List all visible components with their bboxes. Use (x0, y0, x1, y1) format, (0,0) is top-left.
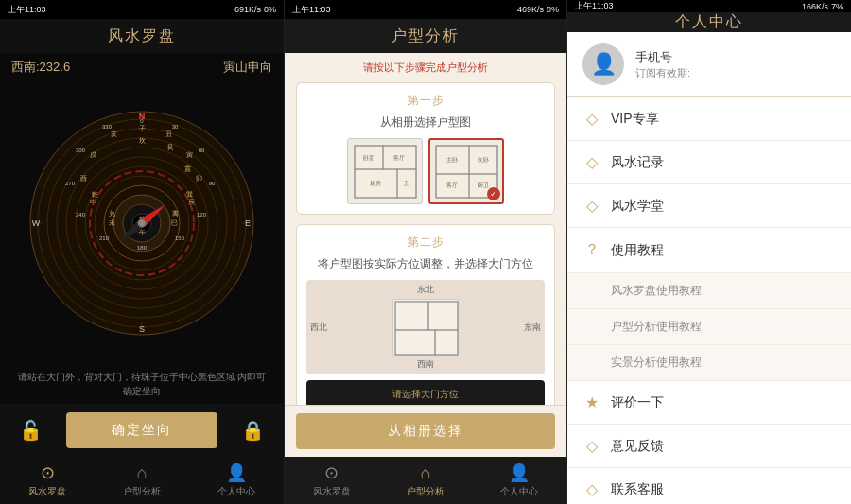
top-bar-2: 户型分析 (285, 19, 566, 53)
profile-header: 👤 手机号 订阅有效期: (567, 32, 851, 97)
svg-text:未: 未 (109, 219, 115, 226)
menu-label-rate: 评价一下 (611, 394, 664, 411)
menu-label-contact: 联系客服 (611, 481, 664, 498)
step1-desc: 从相册选择户型图 (306, 114, 545, 130)
step2-inner-floor-plan[interactable] (392, 299, 459, 356)
record-icon: ◇ (582, 153, 601, 171)
nav-compass-label-2: 风水罗盘 (313, 485, 351, 498)
nav-compass-1[interactable]: ⊙ 风水罗盘 (0, 457, 95, 504)
nav-bar-2: ⊙ 风水罗盘 ⌂ 户型分析 👤 个人中心 (285, 457, 566, 504)
menu-item-vip[interactable]: ◇ VIP专享 (567, 97, 851, 141)
panel-analysis: 上午11:03 469K/s 8% 户型分析 请按以下步骤完成户型分析 第一步 … (284, 0, 567, 504)
menu-item-fengshui-study[interactable]: ◇ 风水学堂 (567, 184, 851, 228)
svg-text:90: 90 (209, 181, 216, 186)
svg-text:客厅: 客厅 (446, 182, 458, 188)
floor-plan-2[interactable]: 主卧 次卧 客厅 厨卫 ✓ (428, 138, 504, 204)
confirm-orientation-button[interactable]: 确定坐向 (66, 412, 217, 448)
battery-1: 8% (264, 5, 276, 14)
subscription-label: 订阅有效期: (635, 66, 690, 80)
compass-info: 西南:232.6 寅山申向 (0, 53, 284, 81)
lock-left-icon: 🔓 (19, 419, 43, 442)
from-album-button[interactable]: 从相册选择 (296, 413, 555, 449)
analysis-content: 请按以下步骤完成户型分析 第一步 从相册选择户型图 卧室 客厅 厨房 (285, 53, 566, 405)
step1-section: 第一步 从相册选择户型图 卧室 客厅 厨房 卫 (296, 82, 555, 215)
menu-item-fengshui-record[interactable]: ◇ 风水记录 (567, 141, 851, 184)
nav-compass-2[interactable]: ⊙ 风水罗盘 (285, 457, 378, 504)
rate-icon: ★ (582, 393, 601, 411)
menu-label-study: 风水学堂 (611, 198, 664, 215)
svg-rect-56 (355, 146, 416, 198)
nav-profile-2[interactable]: 👤 个人中心 (473, 457, 566, 504)
menu-item-tutorial[interactable]: ？ 使用教程 (567, 228, 851, 273)
step2-label: 第二步 (306, 235, 545, 251)
status-right-3: 166K/s 7% (802, 2, 843, 11)
signal-2: 469K/s (517, 5, 544, 14)
time-left-2: 上午11:03 (292, 4, 331, 16)
top-bar-3: 个人中心 (567, 12, 851, 32)
profile-info: 手机号 订阅有效期: (635, 49, 690, 80)
compass-orientation: 寅山申向 (223, 59, 272, 76)
dir-southwest: 西南 (417, 358, 434, 371)
svg-text:厨房: 厨房 (370, 180, 381, 186)
selected-check-icon: ✓ (487, 187, 500, 200)
svg-text:卯: 卯 (196, 175, 202, 182)
svg-text:S: S (139, 324, 145, 334)
top-bar-1: 风水罗盘 (0, 19, 284, 53)
svg-text:30: 30 (172, 124, 179, 130)
analysis-bottom-actions: 从相册选择 (285, 405, 566, 457)
step1-label: 第一步 (306, 93, 545, 109)
nav-analysis-2[interactable]: ⌂ 户型分析 (378, 457, 472, 504)
feedback-icon: ◇ (582, 437, 601, 455)
svg-text:次卧: 次卧 (478, 157, 489, 163)
compass-nav-icon-2: ⊙ (324, 462, 339, 483)
svg-text:巳: 巳 (171, 219, 178, 226)
floor-plan-1[interactable]: 卧室 客厅 厨房 卫 (347, 138, 423, 204)
sub-item-analysis-tutorial[interactable]: 户型分析使用教程 (567, 309, 851, 345)
avatar: 👤 (582, 43, 624, 85)
signal-1: 691K/s (234, 5, 261, 14)
nav-profile-1[interactable]: 👤 个人中心 (189, 457, 284, 504)
menu-item-feedback[interactable]: ◇ 意见反馈 (567, 425, 851, 468)
dir-northeast: 东北 (417, 284, 434, 296)
svg-text:240: 240 (76, 212, 86, 217)
nav-analysis-label-2: 户型分析 (407, 485, 444, 498)
compass-direction: 西南:232.6 (11, 59, 70, 76)
svg-text:主卧: 主卧 (446, 156, 458, 163)
study-icon: ◇ (582, 197, 601, 215)
svg-text:酉: 酉 (80, 175, 87, 182)
svg-text:寅: 寅 (186, 151, 193, 159)
nav-profile-label-1: 个人中心 (217, 485, 255, 498)
menu-label-tutorial: 使用教程 (611, 242, 664, 259)
compass-wheel: 0 30 60 90 120 150 180 210 240 270 300 3… (28, 110, 255, 337)
sub-label-compass: 风水罗盘使用教程 (611, 283, 702, 299)
nav-compass-label-1: 风水罗盘 (28, 485, 66, 498)
menu-label-record: 风水记录 (611, 154, 664, 171)
nav-bar-1: ⊙ 风水罗盘 ⌂ 户型分析 👤 个人中心 (0, 457, 284, 504)
svg-text:E: E (245, 218, 251, 228)
compass-nav-icon: ⊙ (41, 462, 55, 483)
svg-text:N: N (139, 112, 146, 121)
menu-label-feedback: 意见反馈 (611, 438, 664, 455)
battery-2: 8% (547, 5, 559, 14)
svg-text:乾: 乾 (92, 191, 98, 198)
door-select-title: 请选择大门方位 (314, 388, 537, 401)
menu-item-rate[interactable]: ★ 评价一下 (567, 381, 851, 425)
sub-label-analysis: 户型分析使用教程 (611, 319, 702, 335)
svg-text:卧室: 卧室 (363, 154, 374, 161)
nav-analysis-label-1: 户型分析 (123, 485, 161, 498)
svg-text:离: 离 (172, 210, 179, 217)
menu-item-contact[interactable]: ◇ 联系客服 (567, 468, 851, 504)
lock-right-icon: 🔒 (241, 419, 265, 442)
analysis-nav-icon-1: ⌂ (137, 463, 148, 483)
hint-text: 请按以下步骤完成户型分析 (296, 61, 555, 75)
nav-analysis-1[interactable]: ⌂ 户型分析 (95, 457, 189, 504)
svg-text:120: 120 (197, 212, 207, 217)
svg-text:亥: 亥 (111, 130, 117, 138)
sub-item-compass-tutorial[interactable]: 风水罗盘使用教程 (567, 273, 851, 309)
svg-text:270: 270 (65, 181, 76, 186)
sub-item-scene-tutorial[interactable]: 实景分析使用教程 (567, 345, 851, 381)
dir-northwest: 西北 (310, 322, 327, 334)
status-right-2: 469K/s 8% (517, 5, 559, 14)
svg-text:卫: 卫 (404, 181, 409, 186)
svg-text:坎: 坎 (138, 137, 146, 144)
